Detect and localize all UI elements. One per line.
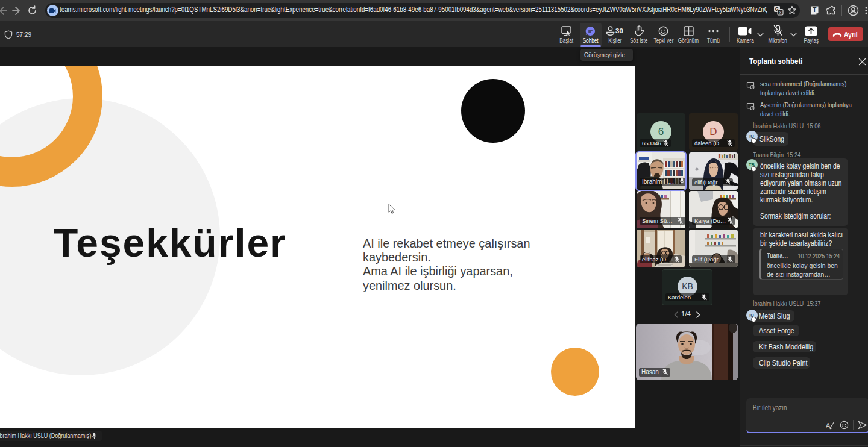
- svg-text:A: A: [826, 422, 831, 429]
- svg-text:x: x: [779, 10, 782, 15]
- svg-text:T: T: [813, 7, 817, 13]
